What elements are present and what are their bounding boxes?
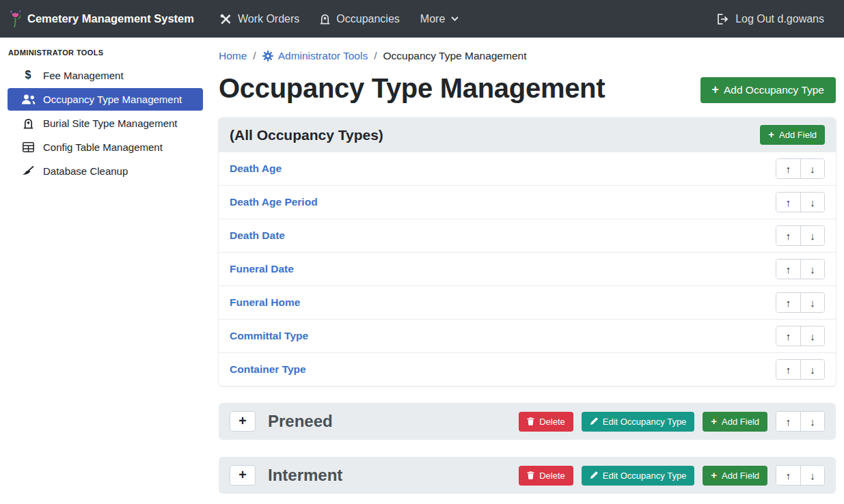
move-down-button[interactable]: ↓ <box>800 193 824 212</box>
move-down-button[interactable]: ↓ <box>800 466 824 485</box>
add-occupancy-type-label: Add Occupancy Type <box>724 84 824 96</box>
breadcrumb-separator: / <box>374 50 377 62</box>
move-down-button[interactable]: ↓ <box>800 293 824 312</box>
move-up-button[interactable]: ↑ <box>776 226 800 245</box>
add-occupancy-type-button[interactable]: + Add Occupancy Type <box>700 77 836 103</box>
title-row: Occupancy Type Management + Add Occupanc… <box>219 73 836 104</box>
expand-button[interactable]: + <box>230 465 256 486</box>
field-row: Funeral Date ↑ ↓ <box>219 253 836 286</box>
plus-icon: + <box>239 468 246 482</box>
dollar-icon: $ <box>21 69 36 81</box>
delete-button[interactable]: Delete <box>519 412 573 432</box>
section-actions: Delete Edit Occupancy Type + Add Field ↑… <box>519 465 825 486</box>
move-down-button[interactable]: ↓ <box>800 412 824 431</box>
breadcrumb-admin-tools-link[interactable]: Administrator Tools <box>262 50 368 62</box>
move-up-button[interactable]: ↑ <box>776 360 800 379</box>
add-field-label: Add Field <box>722 417 759 427</box>
field-link-death-date[interactable]: Death Date <box>230 229 285 242</box>
edit-occupancy-type-button[interactable]: Edit Occupancy Type <box>582 412 695 432</box>
arrow-up-icon: ↑ <box>786 297 791 309</box>
tombstone-icon <box>21 118 36 129</box>
field-link-funeral-date[interactable]: Funeral Date <box>230 263 294 275</box>
move-up-button[interactable]: ↑ <box>776 326 800 346</box>
nav-occupancies[interactable]: Occupancies <box>310 8 410 31</box>
move-down-button[interactable]: ↓ <box>800 226 824 245</box>
move-up-button[interactable]: ↑ <box>776 159 800 178</box>
nav-more[interactable]: More <box>410 8 469 31</box>
section-interment: + Interment Delete Edit Occupancy Type + <box>219 457 836 494</box>
section-actions: Delete Edit Occupancy Type + Add Field ↑… <box>519 411 825 432</box>
add-field-button[interactable]: + Add Field <box>760 125 825 145</box>
edit-occupancy-type-label: Edit Occupancy Type <box>603 471 687 481</box>
app-brand[interactable]: Cemetery Management System <box>10 10 194 28</box>
plus-icon: + <box>712 84 719 96</box>
trash-icon <box>527 471 534 479</box>
move-up-button[interactable]: ↑ <box>776 466 800 485</box>
reorder-group: ↑ ↓ <box>776 259 825 279</box>
field-link-death-age-period[interactable]: Death Age Period <box>230 196 318 208</box>
occupancies-tombstone-icon <box>320 14 330 25</box>
add-field-button[interactable]: + Add Field <box>703 466 767 486</box>
section-title: Preneed <box>268 412 333 431</box>
users-icon <box>21 94 36 104</box>
sidebar-item-label: Burial Site Type Management <box>43 117 178 129</box>
reorder-group: ↑ ↓ <box>776 292 825 313</box>
plus-icon: + <box>711 417 717 427</box>
sidebar-header: ADMINISTRATOR TOOLS <box>0 42 210 62</box>
field-link-container-type[interactable]: Container Type <box>230 363 306 376</box>
arrow-up-icon: ↑ <box>786 230 791 242</box>
field-link-death-age[interactable]: Death Age <box>230 163 282 175</box>
arrow-up-icon: ↑ <box>786 264 791 275</box>
all-occupancy-types-header: (All Occupancy Types) + Add Field <box>219 117 836 152</box>
app-title: Cemetery Management System <box>27 12 194 25</box>
pencil-icon <box>590 471 598 479</box>
edit-occupancy-type-button[interactable]: Edit Occupancy Type <box>582 466 695 486</box>
sidebar-item-occupancy-type-management[interactable]: Occupancy Type Management <box>8 88 203 111</box>
reorder-group: ↑ ↓ <box>776 326 825 346</box>
reorder-group: ↑ ↓ <box>776 411 825 432</box>
arrow-down-icon: ↓ <box>810 331 815 342</box>
breadcrumb-home-label: Home <box>219 50 247 62</box>
field-row: Funeral Home ↑ ↓ <box>219 286 836 320</box>
sidebar-item-config-table-management[interactable]: Config Table Management <box>8 136 203 158</box>
sidebar-item-label: Occupancy Type Management <box>43 94 182 105</box>
add-field-label: Add Field <box>779 130 817 140</box>
all-occupancy-types-card: (All Occupancy Types) + Add Field Death … <box>219 117 836 386</box>
sidebar-item-database-cleanup[interactable]: Database Cleanup <box>8 160 203 182</box>
logout-button[interactable]: Log Out d.gowans <box>707 8 834 31</box>
nav-work-orders[interactable]: Work Orders <box>209 8 310 31</box>
move-up-button[interactable]: ↑ <box>776 412 800 431</box>
move-down-button[interactable]: ↓ <box>800 326 824 346</box>
delete-label: Delete <box>539 471 565 481</box>
arrow-up-icon: ↑ <box>786 197 791 208</box>
field-row: Committal Type ↑ ↓ <box>219 320 836 353</box>
delete-button[interactable]: Delete <box>519 466 573 486</box>
arrow-down-icon: ↓ <box>810 297 815 309</box>
arrow-up-icon: ↑ <box>786 364 791 376</box>
sidebar-item-burial-site-type-management[interactable]: Burial Site Type Management <box>8 112 203 135</box>
field-link-committal-type[interactable]: Committal Type <box>230 330 308 342</box>
add-field-button[interactable]: + Add Field <box>703 412 767 432</box>
move-up-button[interactable]: ↑ <box>776 293 800 312</box>
move-up-button[interactable]: ↑ <box>776 260 800 279</box>
table-icon <box>21 142 36 152</box>
logout-label: Log Out d.gowans <box>735 13 824 25</box>
field-link-funeral-home[interactable]: Funeral Home <box>230 296 300 309</box>
section-preneed: + Preneed Delete Edit Occupancy Type + <box>219 403 836 440</box>
field-row: Death Date ↑ ↓ <box>219 219 836 253</box>
sidebar-item-label: Fee Management <box>43 70 124 81</box>
move-down-button[interactable]: ↓ <box>800 159 824 178</box>
move-down-button[interactable]: ↓ <box>800 360 824 379</box>
arrow-up-icon: ↑ <box>786 331 791 342</box>
sidebar-item-label: Config Table Management <box>43 141 163 153</box>
reorder-group: ↑ ↓ <box>776 225 825 246</box>
nav-occupancies-label: Occupancies <box>336 13 400 25</box>
edit-occupancy-type-label: Edit Occupancy Type <box>603 417 687 427</box>
field-row: Death Age ↑ ↓ <box>219 152 836 186</box>
breadcrumb-home-link[interactable]: Home <box>219 50 247 62</box>
plus-icon: + <box>768 130 774 140</box>
sidebar-item-fee-management[interactable]: $ Fee Management <box>8 64 203 87</box>
move-down-button[interactable]: ↓ <box>800 260 824 279</box>
expand-button[interactable]: + <box>230 411 256 432</box>
move-up-button[interactable]: ↑ <box>776 193 800 212</box>
